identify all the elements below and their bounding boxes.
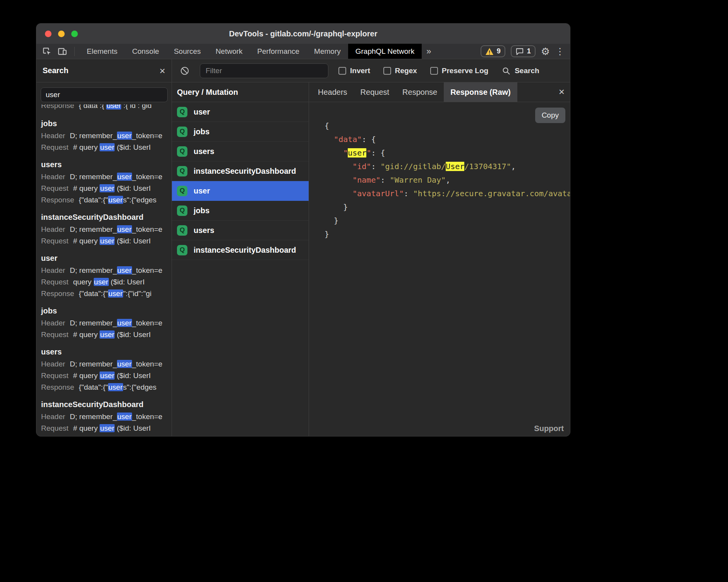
search-result-line[interactable]: HeaderD; remember_user_token=e xyxy=(41,317,167,329)
search-result-group-title[interactable]: user xyxy=(41,252,167,264)
search-result-line[interactable]: HeaderD; remember_user_token=e xyxy=(41,171,167,183)
checkbox-box-icon[interactable] xyxy=(338,67,346,75)
devtools-tabbar: ElementsConsoleSourcesNetworkPerformance… xyxy=(36,44,570,59)
query-list-item[interactable]: Quser xyxy=(172,102,309,122)
detail-tabs: HeadersRequestResponseResponse (Raw) xyxy=(309,82,570,102)
copy-button[interactable]: Copy xyxy=(535,108,565,123)
search-result-line[interactable]: Request# query user ($id: UserI xyxy=(41,370,167,382)
devtools-tab-sources[interactable]: Sources xyxy=(167,44,208,59)
clear-icon[interactable] xyxy=(180,66,190,76)
search-result-partial[interactable]: Response{ data :{ user :{ id : gid xyxy=(41,104,167,112)
filter-checkbox-regex[interactable]: Regex xyxy=(383,67,417,75)
json-line: { xyxy=(325,119,570,133)
search-result-line[interactable]: Request# query user ($id: UserI xyxy=(41,235,167,247)
query-list-item[interactable]: Qjobs xyxy=(172,122,309,142)
filter-input[interactable] xyxy=(200,63,328,78)
search-result-field-label: Request xyxy=(41,142,69,153)
search-result-line[interactable]: Request# query user ($id: UserI xyxy=(41,423,167,434)
kebab-menu-icon[interactable]: ⋮ xyxy=(555,47,565,56)
search-result-line[interactable]: Response{"data":{"users":{"edges xyxy=(41,382,167,393)
query-list-item[interactable]: Qusers xyxy=(172,221,309,240)
more-tabs-icon[interactable]: » xyxy=(422,44,436,59)
detail-panel: HeadersRequestResponseResponse (Raw) × C… xyxy=(309,82,570,436)
search-result-group-title[interactable]: users xyxy=(41,346,167,358)
inspect-element-icon[interactable] xyxy=(42,46,52,56)
search-result-field-label: Header xyxy=(41,171,65,183)
close-window-button[interactable] xyxy=(45,31,52,37)
zoom-window-button[interactable] xyxy=(71,31,78,37)
search-input[interactable] xyxy=(41,87,168,102)
query-list-item[interactable]: QinstanceSecurityDashboard xyxy=(172,240,309,260)
query-badge-icon: Q xyxy=(177,186,187,196)
search-result-field-label: Response xyxy=(41,104,74,111)
search-result-line[interactable]: Request# query user ($id: UserI xyxy=(41,142,167,153)
search-result-group: usersHeaderD; remember_user_token=eReque… xyxy=(41,159,167,206)
query-name: user xyxy=(194,187,210,195)
detail-tab-response[interactable]: Response xyxy=(396,82,444,102)
search-result-value: # query user ($id: UserI xyxy=(73,423,151,434)
query-list-item[interactable]: Qusers xyxy=(172,142,309,161)
json-line: } xyxy=(325,228,570,241)
search-result-line[interactable]: HeaderD; remember_user_token=e xyxy=(41,130,167,142)
search-result-line[interactable]: HeaderD; remember_user_token=e xyxy=(41,358,167,370)
search-result-group-title[interactable]: jobs xyxy=(41,118,167,129)
checkbox-box-icon[interactable] xyxy=(383,67,391,75)
errors-warnings-badge[interactable]: 9 xyxy=(481,45,505,57)
search-result-line[interactable]: Request# query user ($id: UserI xyxy=(41,183,167,194)
search-result-line[interactable]: Response{"data":{"users":{"edges xyxy=(41,194,167,206)
detail-tab-headers[interactable]: Headers xyxy=(311,82,354,102)
checkbox-label: Regex xyxy=(395,67,417,75)
window-titlebar: DevTools - gitlab.com/-/graphql-explorer xyxy=(36,24,570,44)
search-result-group-title[interactable]: users xyxy=(41,159,167,170)
toolbar-search-button[interactable]: Search xyxy=(501,66,539,75)
search-result-value: # query user ($id: UserI xyxy=(73,235,151,247)
search-result-field-label: Request xyxy=(41,423,69,434)
search-result-group: usersHeaderD; remember_user_token=eReque… xyxy=(41,346,167,393)
issues-badge[interactable]: 1 xyxy=(511,45,536,57)
device-toolbar-icon[interactable] xyxy=(57,46,67,56)
devtools-tab-elements[interactable]: Elements xyxy=(79,44,125,59)
search-result-line[interactable]: Request# query user ($id: UserI xyxy=(41,329,167,341)
search-result-value: D; remember_user_token=e xyxy=(70,265,162,276)
detail-panel-close-icon[interactable]: × xyxy=(559,87,565,97)
devtools-tab-graphql-network[interactable]: GraphQL Network xyxy=(348,44,422,59)
support-link[interactable]: Support xyxy=(534,424,564,433)
search-result-value: {"data":{"user":{"id":"gi xyxy=(79,288,152,300)
detail-tab-response-raw[interactable]: Response (Raw) xyxy=(444,82,517,102)
search-result-value: D; remember_user_token=e xyxy=(70,224,162,235)
search-result-group-title[interactable]: instanceSecurityDashboard xyxy=(41,211,167,223)
search-result-line[interactable]: HeaderD; remember_user_token=e xyxy=(41,265,167,276)
message-bubble-icon xyxy=(515,48,524,55)
search-result-line[interactable]: Requestquery user ($id: UserI xyxy=(41,276,167,288)
search-result-field-label: Header xyxy=(41,317,65,329)
filter-checkbox-invert[interactable]: Invert xyxy=(338,67,370,75)
toolbar-divider xyxy=(74,47,75,56)
search-result-group: instanceSecurityDashboardHeaderD; rememb… xyxy=(41,211,167,247)
search-result-line[interactable]: Response{ data :{ user :{ id : gid xyxy=(41,104,167,111)
devtools-tab-network[interactable]: Network xyxy=(208,44,250,59)
search-result-group: jobsHeaderD; remember_user_token=eReques… xyxy=(41,118,167,153)
devtools-tab-console[interactable]: Console xyxy=(125,44,167,59)
search-panel-close-icon[interactable]: × xyxy=(160,66,165,76)
search-result-group-title[interactable]: instanceSecurityDashboard xyxy=(41,399,167,410)
query-list-item[interactable]: Qjobs xyxy=(172,201,309,221)
devtools-tab-performance[interactable]: Performance xyxy=(250,44,307,59)
search-result-line[interactable]: HeaderD; remember_user_token=e xyxy=(41,411,167,423)
minimize-window-button[interactable] xyxy=(58,31,65,37)
json-line: } xyxy=(325,200,570,214)
detail-tab-request[interactable]: Request xyxy=(354,82,396,102)
devtools-status-icons: 9 1 ⚙ ⋮ xyxy=(481,44,570,59)
devtools-tab-memory[interactable]: Memory xyxy=(307,44,348,59)
query-list-item[interactable]: QinstanceSecurityDashboard xyxy=(172,161,309,181)
search-result-group-title[interactable]: jobs xyxy=(41,305,167,317)
filter-checkbox-preserve-log[interactable]: Preserve Log xyxy=(430,67,488,75)
search-result-line[interactable]: HeaderD; remember_user_token=e xyxy=(41,224,167,235)
search-result-value: D; remember_user_token=e xyxy=(70,130,162,142)
checkbox-box-icon[interactable] xyxy=(430,67,438,75)
query-list-item[interactable]: Quser xyxy=(172,181,309,201)
search-result-line[interactable]: Response{"data":{"user":{"id":"gi xyxy=(41,288,167,300)
search-panel: Search × Response{ data :{ user :{ id : … xyxy=(36,59,172,436)
traffic-lights xyxy=(45,24,78,44)
settings-gear-icon[interactable]: ⚙ xyxy=(541,46,550,56)
query-badge-icon: Q xyxy=(177,166,187,176)
